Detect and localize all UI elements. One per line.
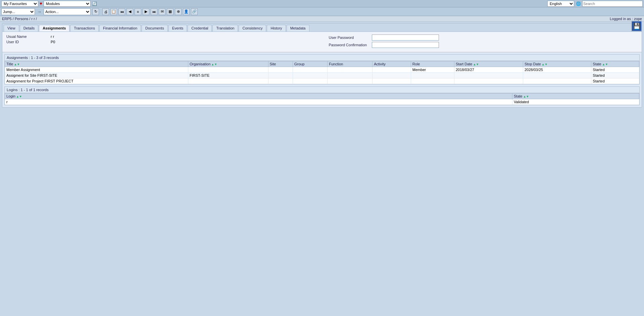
tab-view[interactable]: View — [4, 25, 19, 31]
last-icon[interactable]: ⏭ — [151, 8, 157, 15]
tab-credential[interactable]: Credential — [188, 25, 212, 31]
cell-title: Assignment for Project FIRST PROJECT — [5, 78, 188, 84]
jump-select[interactable]: Jump... — [1, 8, 35, 15]
next-icon[interactable]: ▶ — [143, 8, 149, 15]
modules-select[interactable]: Modules — [44, 1, 91, 7]
jump-go-button[interactable]: → — [36, 8, 42, 15]
tab-financial-information[interactable]: Financial Information — [99, 25, 141, 31]
cell-state: Started — [591, 67, 639, 73]
copy-icon[interactable]: 📋 — [110, 8, 117, 15]
password-confirmation-input[interactable] — [372, 42, 439, 48]
breadcrumb: ERP5 / Persons / r r / Logged in as : zo… — [0, 16, 644, 22]
table-row[interactable]: Assigment for Site FIRST-SITE FIRST-SITE… — [5, 73, 639, 78]
logins-section-header: Logins : 1 - 1 of 1 records — [5, 87, 639, 93]
cell-start-date — [454, 78, 523, 84]
form-area: Usual Name r r User ID P0 User Password … — [2, 32, 642, 52]
user-id-label: User ID — [6, 40, 47, 44]
cell-organisation — [188, 78, 268, 84]
save-icon-container — [631, 21, 642, 31]
favourite-heart-button[interactable]: ♥ — [40, 1, 42, 6]
refresh-icon[interactable]: ↻ — [92, 8, 99, 15]
col-activity[interactable]: Activity — [373, 61, 411, 67]
tab-details[interactable]: Details — [20, 25, 39, 31]
cell-title: Member Assignment — [5, 67, 188, 73]
user-icon: 🌐 — [576, 1, 581, 6]
modules-go-icon[interactable]: 🔄 — [92, 1, 97, 6]
tab-events[interactable]: Events — [168, 25, 187, 31]
password-confirmation-label: Password Confirmation — [329, 43, 369, 47]
cell-start-date — [454, 73, 523, 78]
table-row[interactable]: r Validated — [5, 99, 639, 105]
tab-documents[interactable]: Documents — [142, 25, 168, 31]
table-row[interactable]: Assignment for Project FIRST PROJECT Sta… — [5, 78, 639, 84]
tab-metadata[interactable]: Metadata — [287, 25, 309, 31]
language-select[interactable]: English — [547, 1, 574, 7]
link-icon[interactable]: 🔗 — [191, 8, 198, 15]
col-group[interactable]: Group — [293, 61, 328, 67]
save-button[interactable] — [631, 21, 642, 31]
cell-activity — [373, 73, 411, 78]
prev-icon[interactable]: ◀ — [127, 8, 133, 15]
logged-in-label: Logged in as : zope — [610, 17, 642, 21]
assignments-section-header: Assignments : 1 - 3 of 3 records — [5, 55, 639, 61]
action-bar: Jump... → Action... ↻ 🖨 📋 ⏮ ◀ ≡ ▶ ⏭ ✉ ▦ … — [0, 7, 644, 16]
col-start-date[interactable]: Start Date▲▼ — [454, 61, 523, 67]
cell-site — [268, 78, 293, 84]
user-password-input[interactable] — [372, 35, 439, 41]
cell-group — [293, 78, 328, 84]
tab-transactions[interactable]: Transactions — [70, 25, 99, 31]
print-icon[interactable]: 🖨 — [102, 8, 109, 15]
usual-name-label: Usual Name — [6, 35, 47, 39]
tab-consistency[interactable]: Consistency — [239, 25, 266, 31]
tab-translation[interactable]: Translation — [212, 25, 238, 31]
cell-title: Assigment for Site FIRST-SITE — [5, 73, 188, 78]
assignments-table: Title▲▼ Organisation▲▼ Site Group Functi… — [5, 61, 639, 84]
breadcrumb-path: ERP5 / Persons / r r / — [2, 17, 37, 21]
usual-name-row: Usual Name r r — [6, 35, 315, 39]
cell-state: Started — [591, 73, 639, 78]
tab-history[interactable]: History — [267, 25, 286, 31]
col-role[interactable]: Role — [411, 61, 454, 67]
tabs: View Details Assignments Transactions Fi… — [2, 23, 642, 32]
cell-function — [328, 78, 373, 84]
form-left: Usual Name r r User ID P0 — [6, 35, 315, 49]
form-group: Usual Name r r User ID P0 User Password … — [6, 35, 638, 49]
user-password-label: User Password — [329, 36, 369, 40]
cell-stop-date: 2028/03/25 — [523, 67, 591, 73]
col-function[interactable]: Function — [328, 61, 373, 67]
cell-state: Started — [591, 78, 639, 84]
cell-site — [268, 73, 293, 78]
cell-role — [411, 73, 454, 78]
top-bar: My Favourites ♥ Modules 🔄 English 🌐 — [0, 0, 644, 7]
person-icon[interactable]: 👤 — [183, 8, 190, 15]
cell-role: Member — [411, 67, 454, 73]
search-input[interactable] — [582, 1, 643, 7]
col-organisation[interactable]: Organisation▲▼ — [188, 61, 268, 67]
cell-start-date: 2018/03/27 — [454, 67, 523, 73]
export-icon[interactable]: ⊕ — [175, 8, 182, 15]
col-login[interactable]: Login▲▼ — [5, 93, 512, 99]
cell-activity — [373, 78, 411, 84]
logins-table: Login▲▼ State▲▼ r Validated — [5, 93, 639, 105]
cell-stop-date — [523, 73, 591, 78]
col-title[interactable]: Title▲▼ — [5, 61, 188, 67]
main-content: View Details Assignments Transactions Fi… — [2, 23, 642, 108]
table-row[interactable]: Member Assignment Member 2018/03/27 2028… — [5, 67, 639, 73]
cell-group — [293, 67, 328, 73]
mail-icon[interactable]: ✉ — [159, 8, 165, 15]
cell-login-state: Validated — [512, 99, 639, 105]
col-login-state[interactable]: State▲▼ — [512, 93, 639, 99]
col-state[interactable]: State▲▼ — [591, 61, 639, 67]
logins-section: Logins : 1 - 1 of 1 records Login▲▼ Stat… — [4, 86, 640, 105]
password-confirmation-row: Password Confirmation — [329, 42, 638, 48]
table-icon[interactable]: ▦ — [167, 8, 174, 15]
tab-assignments[interactable]: Assignments — [39, 25, 69, 31]
user-id-value: P0 — [51, 40, 71, 44]
nav-icons: 🖨 📋 ⏮ ◀ ≡ ▶ ⏭ ✉ ▦ ⊕ 👤 🔗 — [102, 8, 198, 15]
col-stop-date[interactable]: Stop Date▲▼ — [523, 61, 591, 67]
list-icon[interactable]: ≡ — [135, 8, 141, 15]
first-icon[interactable]: ⏮ — [118, 8, 125, 15]
favourites-select[interactable]: My Favourites — [1, 1, 38, 7]
action-select[interactable]: Action... — [44, 8, 91, 15]
col-site[interactable]: Site — [268, 61, 293, 67]
